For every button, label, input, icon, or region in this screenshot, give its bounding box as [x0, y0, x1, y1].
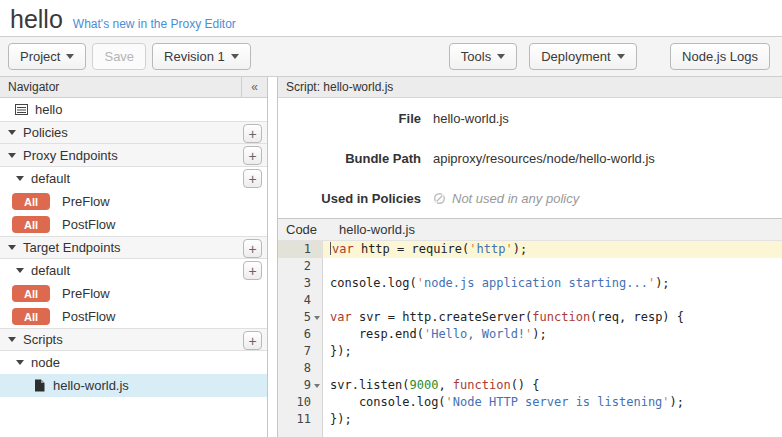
code-line-2[interactable]: 2: [278, 258, 782, 275]
navigator-row-label: PreFlow: [62, 286, 110, 301]
code-line-10[interactable]: 10 console.log('Node HTTP server is list…: [278, 394, 782, 411]
navigator-row-postflow[interactable]: AllPostFlow: [0, 213, 267, 236]
code-line-8[interactable]: 8: [278, 360, 782, 377]
code-lines: 1var http = require('http');23console.lo…: [278, 241, 782, 428]
navigator-row-hello[interactable]: hello: [0, 98, 267, 121]
code-line-content: [323, 360, 782, 377]
code-line-content: console.log('node.js application startin…: [323, 275, 782, 292]
project-menu-label: Project: [20, 49, 60, 64]
project-menu-button[interactable]: Project: [8, 43, 86, 70]
code-fold-icon[interactable]: [314, 384, 320, 388]
proxy-overview-icon: [15, 103, 28, 116]
navigator-row-node[interactable]: node: [0, 351, 267, 374]
save-label: Save: [104, 49, 134, 64]
main-area: Navigator « helloPolicies+Proxy Endpoint…: [0, 77, 782, 437]
code-editor[interactable]: 1var http = require('http');23console.lo…: [278, 241, 782, 437]
field-row-used-in-policies: Used in PoliciesNot used in any policy: [278, 178, 782, 218]
line-number: 3: [278, 275, 323, 292]
deployment-menu-button[interactable]: Deployment: [529, 43, 636, 70]
code-line-7[interactable]: 7});: [278, 343, 782, 360]
field-label: File: [278, 111, 433, 126]
nodejs-logs-label: Node.js Logs: [682, 49, 758, 64]
revision-menu-label: Revision 1: [164, 49, 225, 64]
chevron-down-icon: [231, 54, 239, 59]
navigator-sidebar: Navigator « helloPolicies+Proxy Endpoint…: [0, 77, 268, 437]
code-line-content: });: [323, 411, 782, 428]
navigator-row-proxy-endpoints[interactable]: Proxy Endpoints+: [0, 144, 267, 167]
navigator-row-label: Target Endpoints: [23, 240, 121, 255]
page-title: hello: [10, 4, 63, 34]
save-button[interactable]: Save: [92, 43, 146, 70]
field-value: Not used in any policy: [433, 191, 579, 206]
code-line-1[interactable]: 1var http = require('http');: [278, 241, 782, 258]
add-button[interactable]: +: [243, 124, 262, 143]
code-line-6[interactable]: 6 resp.end('Hello, World!');: [278, 326, 782, 343]
add-button[interactable]: +: [243, 169, 262, 188]
code-line-content: var svr = http.createServer(function(req…: [323, 309, 782, 326]
line-number: 9: [278, 377, 323, 394]
script-panel-title: Script: hello-world.js: [286, 80, 393, 94]
script-panel-header: Script: hello-world.js: [278, 77, 782, 98]
file-icon: [33, 379, 46, 392]
navigator-row-preflow[interactable]: AllPreFlow: [0, 282, 267, 305]
code-line-content: [323, 258, 782, 275]
navigator-row-default[interactable]: default+: [0, 259, 267, 282]
collapse-sidebar-button[interactable]: «: [241, 77, 267, 98]
navigator-row-label: Scripts: [23, 332, 63, 347]
disclosure-triangle-icon[interactable]: [8, 337, 16, 342]
flow-count-badge: All: [12, 216, 50, 233]
disclosure-triangle-icon[interactable]: [8, 130, 16, 135]
navigator-row-postflow[interactable]: AllPostFlow: [0, 305, 267, 328]
line-number: 1: [278, 241, 323, 258]
code-filename: hello-world.js: [339, 222, 415, 237]
add-button[interactable]: +: [243, 146, 262, 165]
disclosure-triangle-icon[interactable]: [8, 245, 16, 250]
field-label: Used in Policies: [278, 191, 433, 206]
code-line-4[interactable]: 4: [278, 292, 782, 309]
navigator-row-label: default: [31, 171, 70, 186]
navigator-row-target-endpoints[interactable]: Target Endpoints+: [0, 236, 267, 259]
line-number: 2: [278, 258, 323, 275]
disclosure-triangle-icon[interactable]: [16, 176, 24, 181]
navigator-row-label: PreFlow: [62, 194, 110, 209]
navigator-row-label: node: [31, 355, 60, 370]
line-number: 5: [278, 309, 323, 326]
disclosure-triangle-icon[interactable]: [8, 153, 16, 158]
line-number: 7: [278, 343, 323, 360]
tools-menu-button[interactable]: Tools: [449, 43, 517, 70]
navigator-row-hello-world-js[interactable]: hello-world.js: [0, 374, 267, 397]
line-number: 4: [278, 292, 323, 309]
proxy-overview-icon: [15, 103, 28, 116]
navigator-row-scripts[interactable]: Scripts+: [0, 328, 267, 351]
navigator-row-label: hello-world.js: [53, 378, 129, 393]
navigator-row-policies[interactable]: Policies+: [0, 121, 267, 144]
field-value-text: apiproxy/resources/node/hello-world.js: [433, 151, 655, 166]
chevron-down-icon: [617, 54, 625, 59]
code-section: Code hello-world.js 1var http = require(…: [278, 218, 782, 437]
code-line-5[interactable]: 5var svr = http.createServer(function(re…: [278, 309, 782, 326]
nodejs-logs-button[interactable]: Node.js Logs: [670, 43, 770, 70]
navigator-row-label: default: [31, 263, 70, 278]
revision-menu-button[interactable]: Revision 1: [152, 43, 251, 70]
disclosure-triangle-icon[interactable]: [16, 268, 24, 273]
add-button[interactable]: +: [243, 331, 262, 350]
navigator-row-preflow[interactable]: AllPreFlow: [0, 190, 267, 213]
file-icon: [33, 379, 46, 392]
add-button[interactable]: +: [243, 239, 262, 258]
chevron-down-icon: [497, 54, 505, 59]
field-value: hello-world.js: [433, 111, 509, 126]
code-line-9[interactable]: 9svr.listen(9000, function() {: [278, 377, 782, 394]
navigator-row-default[interactable]: default+: [0, 167, 267, 190]
script-info-fields: Filehello-world.jsBundle Pathapiproxy/re…: [278, 98, 782, 218]
code-line-3[interactable]: 3console.log('node.js application starti…: [278, 275, 782, 292]
code-line-11[interactable]: 11});: [278, 411, 782, 428]
code-fold-icon[interactable]: [314, 316, 320, 320]
proxy-editor-app: hello What's new in the Proxy Editor Pro…: [0, 0, 782, 437]
pane-splitter[interactable]: [268, 77, 277, 437]
code-line-content: var http = require('http');: [323, 241, 782, 258]
add-button[interactable]: +: [243, 261, 262, 280]
line-number: 11: [278, 411, 323, 428]
disclosure-triangle-icon[interactable]: [16, 360, 24, 365]
whats-new-link[interactable]: What's new in the Proxy Editor: [73, 17, 236, 31]
code-header: Code hello-world.js: [278, 219, 782, 241]
